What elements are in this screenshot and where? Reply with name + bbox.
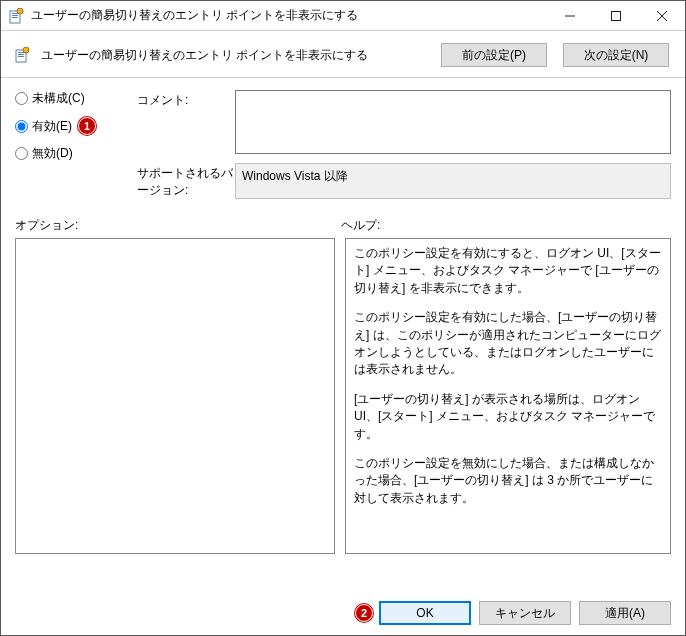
policy-icon [9, 8, 25, 24]
window-buttons [547, 1, 685, 30]
help-paragraph: このポリシー設定を無効にした場合、または構成しなかった場合、[ユーザーの切り替え… [354, 455, 662, 507]
previous-setting-button[interactable]: 前の設定(P) [441, 43, 547, 67]
help-paragraph: このポリシー設定を有効にすると、ログオン UI、[スタート] メニュー、およびタ… [354, 245, 662, 297]
radio-disabled[interactable]: 無効(D) [15, 145, 137, 162]
titlebar: ユーザーの簡易切り替えのエントリ ポイントを非表示にする [1, 1, 685, 31]
cancel-button[interactable]: キャンセル [479, 601, 571, 625]
callout-badge-1: 1 [78, 117, 96, 135]
svg-rect-2 [12, 15, 18, 16]
options-label: オプション: [15, 217, 341, 234]
ok-button[interactable]: OK [379, 601, 471, 625]
close-button[interactable] [639, 1, 685, 30]
comment-label: コメント: [137, 90, 235, 157]
maximize-button[interactable] [593, 1, 639, 30]
radio-not-configured-label: 未構成(C) [32, 90, 85, 107]
help-paragraph: [ユーザーの切り替え] が表示される場所は、ログオン UI、[スタート] メニュ… [354, 391, 662, 443]
policy-icon [15, 47, 31, 63]
svg-rect-1 [12, 13, 18, 14]
radio-enabled-label: 有効(E) [32, 118, 72, 135]
callout-badge-2: 2 [355, 604, 373, 622]
radio-not-configured[interactable]: 未構成(C) [15, 90, 137, 107]
next-setting-button[interactable]: 次の設定(N) [563, 43, 669, 67]
radio-disabled-input[interactable] [15, 147, 28, 160]
window-title: ユーザーの簡易切り替えのエントリ ポイントを非表示にする [31, 7, 547, 24]
supported-label: サポートされるバージョン: [137, 163, 235, 199]
svg-rect-11 [18, 54, 24, 55]
divider [1, 77, 685, 78]
help-paragraph: このポリシー設定を有効にした場合、[ユーザーの切り替え] は、このポリシーが適用… [354, 309, 662, 379]
svg-rect-3 [12, 17, 18, 18]
svg-point-4 [17, 8, 23, 14]
minimize-button[interactable] [547, 1, 593, 30]
header: ユーザーの簡易切り替えのエントリ ポイントを非表示にする 前の設定(P) 次の設… [1, 31, 685, 73]
help-label: ヘルプ: [341, 217, 380, 234]
policy-title: ユーザーの簡易切り替えのエントリ ポイントを非表示にする [41, 47, 425, 64]
svg-rect-6 [612, 11, 621, 20]
apply-button[interactable]: 適用(A) [579, 601, 671, 625]
options-pane [15, 238, 335, 554]
comment-textarea[interactable] [235, 90, 671, 154]
svg-rect-12 [18, 56, 24, 57]
supported-text: Windows Vista 以降 [235, 163, 671, 199]
radio-enabled-input[interactable] [15, 120, 28, 133]
svg-rect-10 [18, 52, 24, 53]
radio-not-configured-input[interactable] [15, 92, 28, 105]
state-radio-group: 未構成(C) 有効(E) 1 無効(D) [15, 90, 137, 205]
svg-point-13 [23, 47, 29, 53]
radio-disabled-label: 無効(D) [32, 145, 73, 162]
help-pane[interactable]: このポリシー設定を有効にすると、ログオン UI、[スタート] メニュー、およびタ… [345, 238, 671, 554]
footer: 2 OK キャンセル 適用(A) [1, 589, 685, 636]
radio-enabled[interactable]: 有効(E) 1 [15, 117, 137, 135]
